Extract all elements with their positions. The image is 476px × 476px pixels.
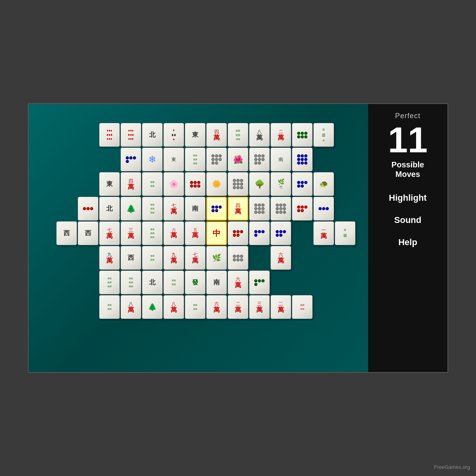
tile-b5[interactable]: ≡≡ ≡≡ (185, 295, 205, 319)
tile-b6[interactable]: 六 萬 (206, 295, 227, 319)
tile-r3-1[interactable]: 東 (99, 172, 120, 196)
tile-b3[interactable]: 🌲 (142, 295, 163, 319)
tile-r5-12[interactable]: ≡ ≡ (335, 221, 355, 245)
tile-r5-11[interactable]: 一 萬 (313, 221, 334, 245)
tile-r5-10[interactable] (271, 221, 291, 245)
possible-moves-label: PossibleMoves (392, 160, 424, 179)
main-container: ♦♦♦ ♦♦♦ ♦♦♦ ♦♦♦ ♦♦♦ ♦♦♦ 北 ♦ ♦♦ ♦ 東 四 (28, 103, 448, 373)
tile-r4-12[interactable] (313, 197, 334, 221)
tile-r2-1[interactable] (121, 148, 141, 171)
tile-r4-4[interactable]: ≡≡ ≡≡ ≡≡ (142, 197, 163, 221)
tile-b2[interactable]: 八 萬 (121, 295, 141, 319)
tile-r4-8[interactable]: 四 萬 (228, 197, 248, 221)
tile-r1-7[interactable]: ≡≡ ≡≡ ≡≡ (228, 123, 248, 147)
tile-r1-3[interactable]: 北 (142, 123, 163, 147)
tile-r3-5[interactable] (185, 172, 205, 196)
tile-r5-7[interactable]: 中 (206, 221, 227, 245)
tile-r5-2[interactable]: 七 萬 (99, 221, 120, 245)
tile-r3-9[interactable]: 🌿 竹 (271, 172, 291, 196)
tile-r3-4[interactable]: 🌸 (163, 172, 184, 196)
moves-number: 11 (388, 122, 428, 158)
tile-r5-8[interactable] (228, 221, 248, 245)
tile-r4-5[interactable]: 七 萬 (163, 197, 184, 221)
tile-r4-7[interactable] (206, 197, 227, 221)
tile-r7-4[interactable]: ≡≡ ≡≡ (163, 271, 184, 294)
tile-r1-11[interactable]: ≡ ≡ ≡ (313, 123, 334, 147)
tile-r4-9[interactable] (249, 197, 270, 221)
tile-b10[interactable]: ≡≡ ≡≡ (292, 295, 313, 319)
tile-b1[interactable]: ≡≡ ≡≡ (99, 295, 120, 319)
tile-r1-8[interactable]: 八 萬 (249, 123, 270, 147)
tile-r4-1[interactable] (78, 197, 98, 221)
tile-r1-1[interactable]: ♦♦♦ ♦♦♦ ♦♦♦ (99, 123, 120, 147)
tile-r1-4[interactable]: ♦ ♦♦ ♦ (163, 123, 184, 147)
tile-r5-6[interactable]: 五 萬 (185, 221, 205, 245)
tile-r5-5[interactable]: 六 萬 (163, 221, 184, 245)
tile-r7-2[interactable]: ≡≡ ≡≡ ≡≡ (121, 271, 141, 294)
tile-r7-3[interactable]: 北 (142, 271, 163, 294)
game-area: ♦♦♦ ♦♦♦ ♦♦♦ ♦♦♦ ♦♦♦ ♦♦♦ 北 ♦ ♦♦ ♦ 東 四 (29, 104, 368, 372)
tile-r6-3[interactable]: ≡≡ ≡≡ (142, 246, 163, 270)
tile-r7-6[interactable]: 南 (206, 271, 227, 294)
tile-r6-8[interactable]: 六 萬 (271, 246, 291, 270)
tile-r2-2[interactable]: ❄ (142, 148, 163, 171)
tile-b9[interactable]: 二 萬 (271, 295, 291, 319)
tile-r5-4[interactable]: ≡≡ ≡≡ ≡≡ (142, 221, 163, 245)
sidebar: Perfect 11 PossibleMoves Highlight Sound… (368, 104, 447, 372)
tile-r6-6[interactable]: 🌿 (206, 246, 227, 270)
tile-r4-2[interactable]: 北 (99, 197, 120, 221)
tile-r1-2[interactable]: ♦♦♦ ♦♦♦ ♦♦♦ (121, 123, 141, 147)
tile-r3-8[interactable]: 🌳 (249, 172, 270, 196)
tile-r6-4[interactable]: 九 萬 (163, 246, 184, 270)
tile-r3-10[interactable] (292, 172, 313, 196)
tile-r5-3[interactable]: 三 萬 (121, 221, 141, 245)
tile-r7-8[interactable] (249, 271, 270, 294)
tile-r7-1[interactable]: ≡≡ ≡≡ ≡≡ (99, 271, 120, 294)
tile-r4-6[interactable]: 南 (185, 197, 205, 221)
tile-r7-7[interactable]: 六 萬 (228, 271, 248, 294)
tile-west-1[interactable]: 西 (56, 221, 77, 245)
sound-button[interactable]: Sound (372, 213, 443, 227)
tile-r6-2[interactable]: 西 (121, 246, 141, 270)
tile-r4-10[interactable] (271, 197, 291, 221)
tile-r5-1[interactable]: 西 (78, 221, 98, 245)
tile-r2-5[interactable] (206, 148, 227, 171)
tile-r2-8[interactable]: 南 (271, 148, 291, 171)
tile-b8[interactable]: 三 萬 (249, 295, 270, 319)
tile-r7-5[interactable]: 發 (185, 271, 205, 294)
tile-r3-7[interactable] (228, 172, 248, 196)
tile-r1-9[interactable]: 二 萬 (271, 123, 291, 147)
perfect-label: Perfect (395, 112, 420, 120)
tile-r4-3[interactable]: 🌲 (121, 197, 141, 221)
tile-r1-5[interactable]: 東 (185, 123, 205, 147)
tile-r5-9[interactable] (249, 221, 270, 245)
tile-r3-11[interactable]: 🐢 (313, 172, 334, 196)
tile-r1-10[interactable] (292, 123, 313, 147)
tile-r6-7[interactable] (228, 246, 248, 270)
freegames-label: FreeGames.org (434, 464, 470, 470)
help-button[interactable]: Help (372, 235, 443, 250)
tile-r3-3[interactable]: ≡≡ ≡≡ (142, 172, 163, 196)
tile-r3-2[interactable]: 四 萬 (121, 172, 141, 196)
tile-r2-7[interactable] (249, 148, 270, 171)
tile-b4[interactable]: 八 萬 (163, 295, 184, 319)
tile-r3-6[interactable]: 🌼 (206, 172, 227, 196)
tile-r2-4[interactable]: ≡≡ ≡≡ ≡≡ (185, 148, 205, 171)
tile-grid: ♦♦♦ ♦♦♦ ♦♦♦ ♦♦♦ ♦♦♦ ♦♦♦ 北 ♦ ♦♦ ♦ 東 四 (56, 115, 341, 361)
tile-r6-1[interactable]: 九 萬 (99, 246, 120, 270)
tile-r2-6[interactable]: 🌺 (228, 148, 248, 171)
tile-r2-9[interactable] (292, 148, 313, 171)
tile-r2-3[interactable]: 東 (163, 148, 184, 171)
tile-r1-6[interactable]: 四 萬 (206, 123, 227, 147)
highlight-button[interactable]: Highlight (372, 191, 443, 205)
tile-b7[interactable]: 二 萬 (228, 295, 248, 319)
tile-r6-5[interactable]: 七 萬 (185, 246, 205, 270)
tile-r4-11[interactable] (292, 197, 313, 221)
